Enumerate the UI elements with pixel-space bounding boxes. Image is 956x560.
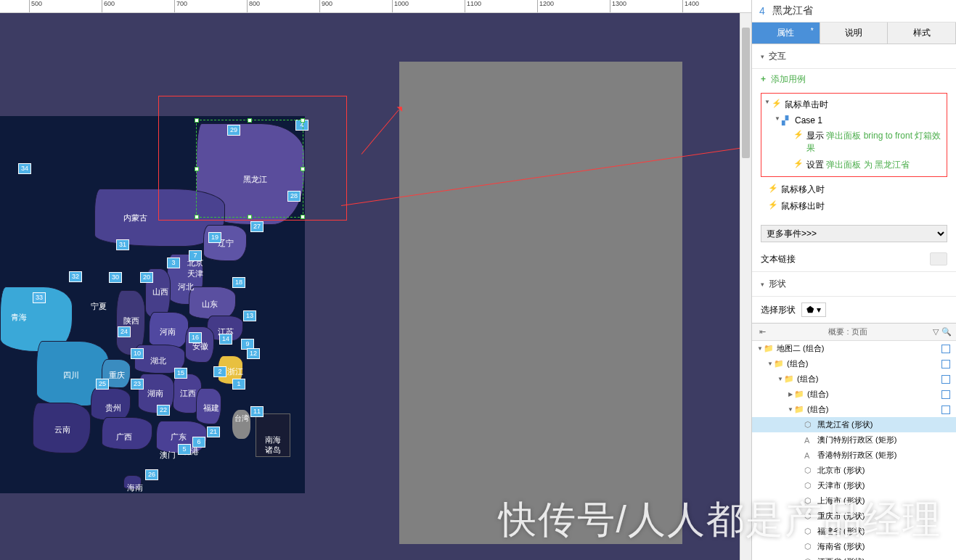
outline-item[interactable]: A澳门特别行政区 (矩形) (752, 432, 956, 448)
map-marker[interactable]: 26 (145, 469, 158, 480)
case-1[interactable]: ▼▞ Case 1 (764, 113, 944, 128)
bolt-icon: ⚡ (768, 200, 778, 209)
taiwan-box[interactable]: 台湾 (232, 410, 250, 439)
ruler-tick: 900 (319, 0, 332, 12)
outline-item[interactable]: ▼📁地图二 (组合) (752, 341, 956, 356)
map-marker[interactable]: 24 (118, 326, 131, 337)
map-marker[interactable]: 31 (116, 239, 129, 250)
map-marker[interactable]: 21 (207, 427, 220, 437)
map-marker[interactable]: 32 (69, 271, 82, 282)
province-shape[interactable] (149, 312, 189, 348)
bolt-icon: ⚡ (772, 99, 782, 107)
province-shape[interactable] (196, 388, 221, 424)
annotation-arrow-1 (361, 110, 399, 155)
map-marker[interactable]: 1 (232, 379, 245, 390)
outline-item[interactable]: ▶📁(组合) (752, 387, 956, 402)
map-marker[interactable]: 13 (243, 310, 256, 321)
visibility-toggle[interactable] (941, 360, 950, 368)
outline-item[interactable]: ⬡黑龙江省 (形状) (752, 417, 956, 432)
shape-icon: ⬡ (804, 542, 814, 551)
province-shape[interactable] (203, 225, 247, 261)
outline-item[interactable]: A香港特别行政区 (矩形) (752, 448, 956, 463)
map-marker[interactable]: 7 (189, 250, 202, 261)
tab-properties[interactable]: 属性* (752, 22, 820, 44)
nanhai-box[interactable]: 南海 诸岛 (256, 413, 290, 457)
more-events-dropdown[interactable]: 更多事件>>> (761, 225, 947, 242)
map-marker[interactable]: 18 (232, 277, 245, 288)
outline-item[interactable]: ⬡上海市 (形状) (752, 493, 956, 508)
map-marker[interactable]: 10 (131, 348, 144, 359)
section-interaction-header[interactable]: ▾ 交互 (761, 50, 947, 62)
ruler-tick: 1400 (682, 0, 699, 12)
province-shape[interactable] (123, 475, 142, 490)
chevron-icon: ▼ (767, 361, 774, 367)
outline-item[interactable]: ⬡海南省 (形状) (752, 539, 956, 554)
bolt-icon: ⚡ (793, 159, 804, 168)
map-marker[interactable]: 5 (178, 444, 191, 455)
map-marker[interactable]: 20 (140, 272, 153, 283)
text-link-badge[interactable] (930, 252, 947, 265)
outline-item[interactable]: ⬡江西省 (形状) (752, 554, 956, 560)
select-shape-label: 选择形状 (761, 304, 796, 316)
action-set[interactable]: ⚡ 设置 弹出面板 为 黑龙江省 (764, 157, 944, 173)
add-case-button[interactable]: + 添加用例 (752, 69, 956, 90)
dynamic-panel-popup[interactable] (399, 62, 682, 544)
visibility-toggle[interactable] (941, 405, 950, 414)
outline-item[interactable]: ⬡重庆市 (形状) (752, 508, 956, 524)
filter-icon[interactable]: ▽ (933, 327, 939, 337)
outline-item-label: 福建省 (形状) (817, 526, 953, 537)
map-marker[interactable]: 3 (167, 258, 180, 268)
action-show[interactable]: ⚡ 显示 弹出面板 bring to front 灯箱效果 (764, 128, 944, 157)
map-marker[interactable]: 23 (131, 379, 144, 390)
outline-item-label: 北京市 (形状) (817, 465, 953, 476)
map-marker[interactable]: 6 (192, 437, 205, 448)
more-events-select[interactable]: 更多事件>>> (761, 225, 947, 242)
outline-collapse-icon[interactable]: ⇤ (759, 327, 766, 337)
chevron-icon: ▼ (756, 345, 764, 352)
map-marker[interactable]: 12 (247, 348, 260, 359)
map-marker[interactable]: 16 (189, 332, 202, 343)
map-marker[interactable]: 34 (18, 163, 31, 174)
map-marker[interactable]: 2 (213, 366, 226, 377)
search-icon[interactable]: 🔍 (941, 327, 952, 337)
visibility-toggle[interactable] (941, 390, 950, 399)
tab-style[interactable]: 样式 (888, 22, 956, 44)
section-shape-header[interactable]: ▾ 形状 (761, 278, 947, 290)
ruler-tick: 600 (102, 0, 115, 12)
outline-item[interactable]: ▼📁(组合) (752, 356, 956, 371)
outline-tree[interactable]: ▼📁地图二 (组合)▼📁(组合)▼📁(组合)▶📁(组合)▼📁(组合)⬡黑龙江省 … (752, 341, 956, 560)
folder-icon: 📁 (794, 390, 804, 399)
tab-notes[interactable]: 说明 (820, 22, 888, 44)
outline-item[interactable]: ⬡北京市 (形状) (752, 463, 956, 478)
scrollbar-vertical[interactable] (740, 13, 751, 560)
map-marker[interactable]: 27 (250, 221, 263, 232)
outline-item[interactable]: ▼📁(组合) (752, 402, 956, 417)
province-shape[interactable] (91, 388, 131, 421)
china-map[interactable]: 台湾 南海 诸岛 黑龙江内蒙古辽宁北京天津河北山西山东宁夏青海陕西河南江苏安徽湖… (0, 116, 305, 493)
nanhai-line1: 南海 (265, 435, 281, 444)
shape-dropdown[interactable]: ⬟ ▾ (801, 302, 826, 317)
event-mouse-enter[interactable]: ⚡ 鼠标移入时 (761, 181, 947, 198)
outline-item[interactable]: ▼📁(组合) (752, 371, 956, 387)
map-marker[interactable]: 25 (96, 379, 109, 390)
outline-item[interactable]: ⬡福建省 (形状) (752, 524, 956, 539)
province-shape[interactable] (189, 287, 236, 319)
map-marker[interactable]: 14 (219, 334, 232, 345)
map-marker[interactable]: 22 (157, 405, 170, 416)
visibility-toggle[interactable] (941, 375, 950, 384)
canvas[interactable]: 50060070080090010001100120013001400 台湾 (0, 0, 751, 560)
map-marker[interactable]: 33 (33, 292, 46, 303)
map-marker[interactable]: 19 (208, 232, 221, 243)
event-mouse-leave[interactable]: ⚡ 鼠标移出时 (761, 198, 947, 215)
visibility-toggle[interactable] (941, 345, 950, 353)
province-shape[interactable] (102, 417, 152, 450)
map-marker[interactable]: 30 (109, 272, 122, 283)
map-marker[interactable]: 15 (174, 368, 187, 379)
scrollbar-thumb[interactable] (742, 28, 750, 158)
outline-item[interactable]: ⬡天津市 (形状) (752, 478, 956, 493)
selection-box[interactable] (196, 120, 303, 218)
province-shape[interactable] (33, 403, 91, 453)
event-mouse-click[interactable]: ▼⚡ 鼠标单击时 (764, 96, 944, 113)
outline-item-label: (组合) (797, 374, 941, 384)
map-marker[interactable]: 11 (250, 406, 263, 417)
